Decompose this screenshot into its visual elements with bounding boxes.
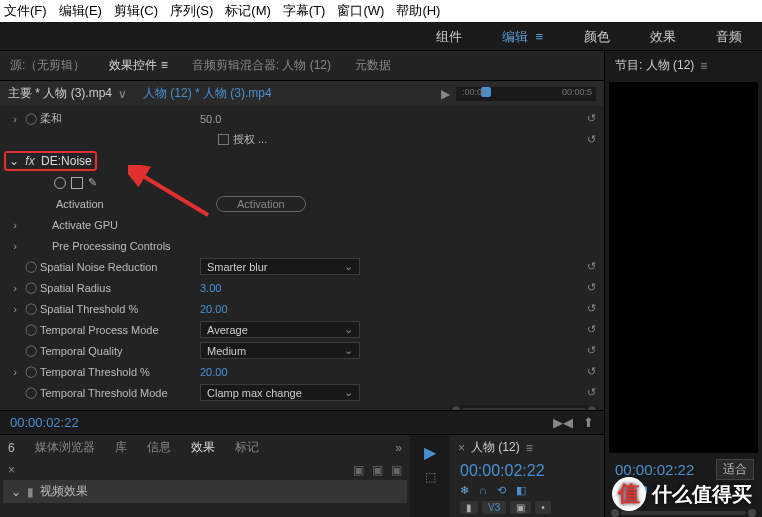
temporal-quality-dropdown[interactable]: Medium⌄	[200, 342, 360, 359]
param-activate-gpu: › Activate GPU	[0, 214, 604, 235]
tab-library[interactable]: 库	[115, 439, 127, 456]
reset-icon[interactable]: ↺	[587, 344, 596, 357]
stopwatch-icon[interactable]: ◯	[25, 260, 37, 273]
loop-icon[interactable]: ▶◀	[553, 415, 573, 430]
temporal-thresh-mode-dropdown[interactable]: Clamp max change⌄	[200, 384, 360, 401]
preset-icon[interactable]: ▣	[372, 463, 383, 477]
param-label: Temporal Threshold Mode	[40, 387, 200, 399]
folder-label: 视频效果	[40, 483, 88, 500]
tab-audio-mixer[interactable]: 音频剪辑混合器: 人物 (12)	[192, 57, 331, 74]
play-icon[interactable]: ▶	[441, 87, 450, 101]
param-value[interactable]: 3.00	[200, 282, 221, 294]
menu-help[interactable]: 帮助(H)	[396, 2, 440, 20]
project-panel: 6 媒体浏览器 库 信息 效果 标记 » × ▣ ▣ ▣	[0, 435, 410, 517]
activation-button[interactable]: Activation	[216, 196, 306, 212]
effect-timecode-bar: 00:00:02:22 ▶◀ ⬆	[0, 410, 604, 434]
tab-metadata[interactable]: 元数据	[355, 57, 391, 74]
param-label: Spatial Noise Reduction	[40, 261, 200, 273]
reset-icon[interactable]: ↺	[587, 133, 596, 146]
panel-menu-icon[interactable]: »	[395, 441, 402, 455]
menu-window[interactable]: 窗口(W)	[337, 2, 384, 20]
tab-assembly[interactable]: 组件	[436, 28, 462, 46]
panel-menu-icon[interactable]: ≡	[526, 441, 533, 455]
effect-denoise-title[interactable]: ⌄ fx DE:Noise	[4, 151, 596, 171]
stopwatch-icon[interactable]: ◯	[25, 112, 37, 125]
tab-media-browser[interactable]: 媒体浏览器	[35, 439, 95, 456]
program-title: 节目: 人物 (12)	[615, 57, 694, 74]
close-icon[interactable]: ×	[458, 441, 465, 455]
sequence-name[interactable]: 人物 (12)	[471, 439, 520, 456]
preset-icon[interactable]: ▣	[391, 463, 402, 477]
stopwatch-icon[interactable]: ◯	[25, 365, 37, 378]
stopwatch-icon[interactable]: ◯	[25, 323, 37, 336]
chevron-right-icon[interactable]: ›	[8, 219, 22, 231]
stopwatch-icon[interactable]: ◯	[25, 344, 37, 357]
menu-sequence[interactable]: 序列(S)	[170, 2, 213, 20]
spatial-noise-dropdown[interactable]: Smarter blur⌄	[200, 258, 360, 275]
reset-icon[interactable]: ↺	[587, 260, 596, 273]
tab-audio[interactable]: 音频	[716, 28, 742, 46]
timeline-panel: × 人物 (12) ≡ 00:00:02:22 ❄ ∩ ⟲ ◧ ▮ V3 ▣ •	[450, 435, 604, 517]
tab-effect-controls[interactable]: 效果控件 ≡	[109, 57, 167, 74]
param-temporal-quality: ◯ Temporal Quality Medium⌄ ↺	[0, 340, 604, 361]
track-output-toggle[interactable]: ▣	[510, 501, 531, 514]
tab-info[interactable]: 信息	[147, 439, 171, 456]
stopwatch-icon[interactable]: ◯	[25, 281, 37, 294]
reset-icon[interactable]: ↺	[587, 365, 596, 378]
stopwatch-icon[interactable]: ◯	[25, 302, 37, 315]
menu-subtitle[interactable]: 字幕(T)	[283, 2, 326, 20]
sequence-timecode[interactable]: 00:00:02:22	[450, 460, 604, 482]
tab-source[interactable]: 源:（无剪辑）	[10, 57, 85, 74]
export-icon[interactable]: ⬆	[583, 415, 594, 430]
track-v3-label[interactable]: V3	[482, 501, 506, 514]
reset-icon[interactable]: ↺	[587, 302, 596, 315]
tab-markers[interactable]: 标记	[235, 439, 259, 456]
temporal-mode-dropdown[interactable]: Average⌄	[200, 321, 360, 338]
chevron-down-icon[interactable]: ⌄	[9, 154, 19, 168]
menu-clip[interactable]: 剪辑(C)	[114, 2, 158, 20]
menu-file[interactable]: 文件(F)	[4, 2, 47, 20]
reset-icon[interactable]: ↺	[587, 112, 596, 125]
preset-icon[interactable]: ▣	[353, 463, 364, 477]
program-viewer[interactable]	[609, 82, 758, 453]
param-value[interactable]: 20.00	[200, 366, 228, 378]
panel-menu-icon[interactable]: ≡	[700, 59, 707, 73]
chevron-right-icon[interactable]: ›	[8, 303, 22, 315]
stopwatch-icon[interactable]: ◯	[25, 386, 37, 399]
tab-color[interactable]: 颜色	[584, 28, 610, 46]
rect-mask-icon[interactable]	[71, 177, 83, 189]
timecode-display[interactable]: 00:00:02:22	[10, 415, 79, 430]
clear-search-icon[interactable]: ×	[8, 463, 15, 477]
reset-icon[interactable]: ↺	[587, 386, 596, 399]
folder-icon: ▮	[27, 485, 34, 499]
reset-icon[interactable]: ↺	[587, 323, 596, 336]
chevron-right-icon[interactable]: ›	[8, 240, 22, 252]
marker-icon[interactable]: ∩	[479, 484, 487, 497]
chevron-right-icon[interactable]: ›	[8, 366, 22, 378]
tab-effects-browser[interactable]: 效果	[191, 439, 215, 456]
track-lock-toggle[interactable]: •	[535, 501, 551, 514]
param-value[interactable]: 20.00	[200, 303, 228, 315]
tab-edit[interactable]: 编辑 ≡	[502, 28, 544, 46]
param-label: Temporal Process Mode	[40, 324, 200, 336]
snap-icon[interactable]: ❄	[460, 484, 469, 497]
menu-marker[interactable]: 标记(M)	[225, 2, 271, 20]
tab-effect[interactable]: 效果	[650, 28, 676, 46]
auth-checkbox[interactable]	[218, 134, 229, 145]
ellipse-mask-icon[interactable]	[54, 177, 66, 189]
reset-icon[interactable]: ↺	[587, 281, 596, 294]
chevron-right-icon[interactable]: ›	[8, 282, 22, 294]
video-effects-folder[interactable]: ⌄ ▮ 视频效果	[3, 480, 407, 503]
sequence-clip-label[interactable]: 人物 (12) * 人物 (3).mp4	[143, 85, 272, 102]
chevron-right-icon[interactable]: ›	[8, 113, 22, 125]
pen-mask-icon[interactable]: ✎	[88, 176, 97, 189]
link-icon[interactable]: ⟲	[497, 484, 506, 497]
param-value[interactable]: 50.0	[200, 113, 221, 125]
track-toggle[interactable]: ▮	[460, 501, 478, 514]
menu-edit[interactable]: 编辑(E)	[59, 2, 102, 20]
param-label: Activation	[56, 198, 216, 210]
track-select-tool-icon[interactable]: ⬚	[425, 470, 436, 484]
param-label: Spatial Radius	[40, 282, 200, 294]
selection-tool-icon[interactable]: ▶	[424, 443, 436, 462]
settings-icon[interactable]: ◧	[516, 484, 526, 497]
